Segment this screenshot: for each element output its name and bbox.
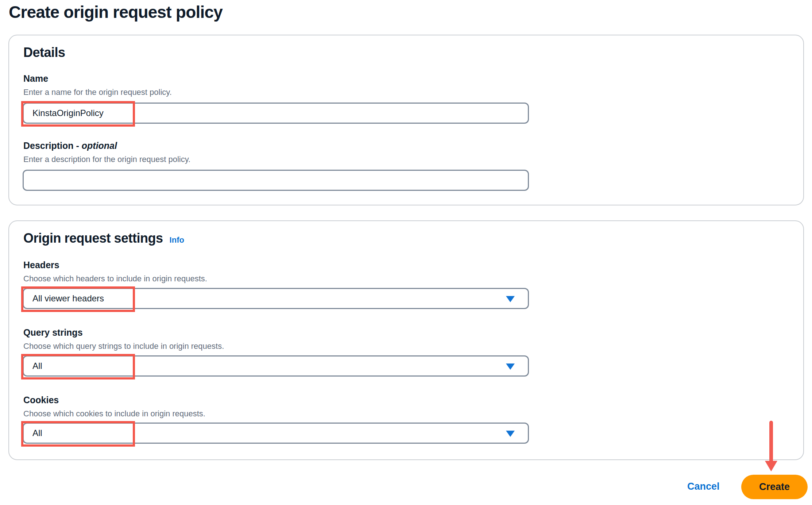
description-hint: Enter a description for the origin reque… xyxy=(23,155,190,164)
name-hint: Enter a name for the origin request poli… xyxy=(23,88,172,97)
origin-request-settings-card: Origin request settings Info Headers Cho… xyxy=(8,220,804,460)
details-card: Details Name Enter a name for the origin… xyxy=(8,35,804,205)
details-heading: Details xyxy=(23,45,65,60)
optional-suffix: optional xyxy=(82,140,117,151)
info-link[interactable]: Info xyxy=(170,235,184,245)
headers-label: Headers xyxy=(23,260,59,270)
name-input[interactable] xyxy=(23,103,529,124)
headers-select-value: All viewer headers xyxy=(32,293,104,304)
description-label: Description - optional xyxy=(23,140,117,151)
query-strings-label: Query strings xyxy=(23,327,83,338)
cookies-select[interactable]: All xyxy=(23,423,529,444)
annotation-arrow-head xyxy=(765,461,777,471)
headers-hint: Choose which headers to include in origi… xyxy=(23,274,207,284)
name-label: Name xyxy=(23,73,48,84)
description-input[interactable] xyxy=(23,170,529,191)
cancel-button[interactable]: Cancel xyxy=(687,481,720,492)
cookies-label: Cookies xyxy=(23,395,59,405)
chevron-down-icon xyxy=(506,431,515,437)
query-strings-select[interactable]: All xyxy=(23,355,529,377)
cookies-hint: Choose which cookies to include in origi… xyxy=(23,409,205,419)
settings-heading: Origin request settings xyxy=(23,231,163,246)
cookies-select-value: All xyxy=(32,428,42,438)
query-strings-select-value: All xyxy=(32,361,42,371)
chevron-down-icon xyxy=(506,363,515,370)
chevron-down-icon xyxy=(506,296,515,302)
headers-select[interactable]: All viewer headers xyxy=(23,288,529,309)
settings-heading-row: Origin request settings Info xyxy=(23,231,184,246)
page-title: Create origin request policy xyxy=(9,2,223,22)
annotation-arrow-line xyxy=(769,421,773,462)
query-strings-hint: Choose which query strings to include in… xyxy=(23,342,224,351)
create-button[interactable]: Create xyxy=(741,475,808,499)
